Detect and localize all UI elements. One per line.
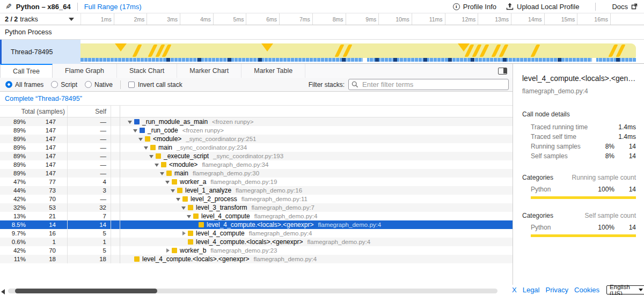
footer-link-legal[interactable]: Legal xyxy=(523,286,540,294)
column-header-total[interactable]: Total (samples) xyxy=(0,106,68,117)
radio-native[interactable]: Native xyxy=(85,81,113,88)
thread-activity-graph[interactable] xyxy=(80,40,644,64)
invert-callstack-checkbox[interactable]: Invert call stack xyxy=(128,81,182,88)
cell-tree: mainflamegraph_demo.py:30 xyxy=(120,169,513,178)
cell-total: 89%147 xyxy=(0,152,68,160)
tab-stack-chart[interactable]: Stack Chart xyxy=(117,64,177,78)
expand-arrow-icon[interactable] xyxy=(181,205,187,210)
calltree-settings: All framesScriptNative Invert call stack… xyxy=(0,78,513,92)
ruler-tick: 10ms xyxy=(379,13,412,25)
call-tree-row[interactable]: 47%774worker_aflamegraph_demo.py:19 xyxy=(0,178,513,186)
category-square-icon xyxy=(199,222,204,227)
radio-icon xyxy=(51,81,58,88)
footer-close-link[interactable]: X xyxy=(512,286,517,294)
call-tree-row[interactable]: 42%70—level_2_processflamegraph_demo.py:… xyxy=(0,195,513,203)
horizontal-scrollbar[interactable] xyxy=(0,287,502,295)
ruler-tick: 2ms xyxy=(114,13,148,25)
call-tree-row[interactable]: 89%147—_execute_script_sync_coordinator.… xyxy=(0,152,513,160)
call-tree-row[interactable]: 13%217level_4_computeflamegraph_demo.py:… xyxy=(0,212,513,220)
call-tree-row[interactable]: 44%733level_1_analyzeflamegraph_demo.py:… xyxy=(0,186,513,195)
edit-profile-name-icon[interactable]: ✎ xyxy=(5,2,12,11)
cell-self: — xyxy=(68,160,111,169)
expand-arrow-icon[interactable] xyxy=(149,154,155,159)
expand-arrow-icon[interactable] xyxy=(133,128,138,133)
radio-label: Native xyxy=(94,81,113,88)
docs-button[interactable]: Docs xyxy=(612,3,638,11)
total-samples: 73 xyxy=(26,187,56,194)
expand-arrow-icon[interactable] xyxy=(144,145,149,150)
upload-profile-button[interactable]: Upload Local Profile xyxy=(506,3,579,11)
tab-flame-graph[interactable]: Flame Graph xyxy=(53,64,117,78)
expand-arrow-icon[interactable] xyxy=(128,120,133,124)
sidebar-toggle-button[interactable] xyxy=(498,68,507,75)
sidebar-details-header: Call node details xyxy=(522,110,635,118)
column-header-self[interactable]: Self xyxy=(68,106,111,117)
footer-link-privacy[interactable]: Privacy xyxy=(545,286,568,294)
column-header-tree xyxy=(120,106,513,117)
tab-call-tree[interactable]: Call Tree xyxy=(0,64,53,78)
detail-percent: 8% xyxy=(593,152,614,160)
expand-arrow-icon[interactable] xyxy=(165,180,171,185)
call-tree-row[interactable]: 32%5332level_3_transformflamegraph_demo.… xyxy=(0,203,513,212)
cell-total: 13%21 xyxy=(0,212,68,220)
total-percent: 89% xyxy=(0,119,26,125)
call-tree-row[interactable]: 89%147—main_sync_coordinator.py:234 xyxy=(0,143,513,152)
sample-strip-dark-segment xyxy=(228,58,231,62)
call-tree-row[interactable]: 89%147—<module>_sync_coordinator.py:251 xyxy=(0,135,513,143)
call-tree-row[interactable]: 89%147—_run_code<frozen runpy> xyxy=(0,126,513,135)
category-bar xyxy=(531,196,636,199)
cell-total: 11%18 xyxy=(0,255,68,263)
call-tree-row[interactable]: 8.5%1414level_4_compute.<locals>.<genexp… xyxy=(0,220,513,229)
file-location: <frozen runpy> xyxy=(212,119,253,125)
cell-spacer xyxy=(111,220,120,229)
tab-marker-table[interactable]: Marker Table xyxy=(241,64,305,78)
call-tree-row[interactable]: 9.7%165level_4_computeflamegraph_demo.py… xyxy=(0,229,513,238)
track-marker xyxy=(115,43,127,51)
collapse-arrow-icon[interactable] xyxy=(181,231,187,236)
expand-arrow-icon[interactable] xyxy=(176,197,181,202)
expand-arrow-icon[interactable] xyxy=(160,171,165,176)
process-track-header[interactable]: Python Process xyxy=(0,25,644,40)
tracks-dropdown[interactable]: 2 / 2 tracks xyxy=(0,13,80,25)
detail-label: Traced running time xyxy=(531,123,618,131)
expand-arrow-icon[interactable] xyxy=(155,163,160,167)
call-tree-row[interactable]: 42%705worker_bflamegraph_demo.py:23 xyxy=(0,246,513,255)
scrollbar-thumb[interactable] xyxy=(15,289,157,293)
call-tree-row[interactable]: 11%1818level_4_compute.<locals>.<genexpr… xyxy=(0,255,513,263)
ruler-tick: 4ms xyxy=(180,13,214,25)
total-percent: 89% xyxy=(0,144,26,151)
file-location: flamegraph_demo.py:23 xyxy=(210,247,277,254)
sidebar-detail-row: Self samples8%14 xyxy=(531,151,636,161)
detail-percent: 8% xyxy=(593,143,614,150)
total-samples: 14 xyxy=(26,222,56,228)
total-samples: 18 xyxy=(26,256,56,262)
expand-arrow-icon[interactable] xyxy=(138,137,144,142)
expand-arrow-icon[interactable] xyxy=(187,214,192,219)
thread-track[interactable]: Thread-78495 xyxy=(0,40,644,64)
profile-info-button[interactable]: i Profile Info xyxy=(453,3,496,11)
breadcrumb-complete-thread[interactable]: Complete “Thread-78495” xyxy=(5,95,82,102)
detail-label: Traced self time xyxy=(531,133,618,141)
call-tree-row[interactable]: 89%147—<module>flamegraph_demo.py:34 xyxy=(0,160,513,169)
full-range-breadcrumb[interactable]: Full Range (17ms) xyxy=(84,3,142,11)
call-tree-row[interactable]: 89%147—_run_module_as_main<frozen runpy> xyxy=(0,117,513,126)
footer-link-cookies[interactable]: Cookies xyxy=(574,286,599,294)
radio-label: All frames xyxy=(15,81,43,88)
detail-value: 1.4ms xyxy=(618,133,636,141)
expand-arrow-icon[interactable] xyxy=(171,188,176,193)
radio-icon xyxy=(85,81,92,88)
call-tree-row[interactable]: 0.6%11level_4_compute.<locals>.<genexpr>… xyxy=(0,238,513,246)
call-tree-row[interactable]: 89%147—mainflamegraph_demo.py:30 xyxy=(0,169,513,178)
collapse-arrow-icon[interactable] xyxy=(165,248,171,253)
radio-label: Script xyxy=(61,81,77,88)
cell-tree: level_4_computeflamegraph_demo.py:4 xyxy=(120,212,513,220)
tab-marker-chart[interactable]: Marker Chart xyxy=(177,64,241,78)
function-name: _execute_script xyxy=(164,152,209,160)
radio-all-frames[interactable]: All frames xyxy=(5,81,43,88)
filter-stacks-input[interactable] xyxy=(348,79,509,90)
cell-self: — xyxy=(68,152,111,160)
radio-script[interactable]: Script xyxy=(51,81,77,88)
thread-track-label[interactable]: Thread-78495 xyxy=(2,40,80,64)
scroll-left-arrow-icon[interactable] xyxy=(1,289,5,294)
language-select[interactable]: English (US) xyxy=(606,285,644,294)
